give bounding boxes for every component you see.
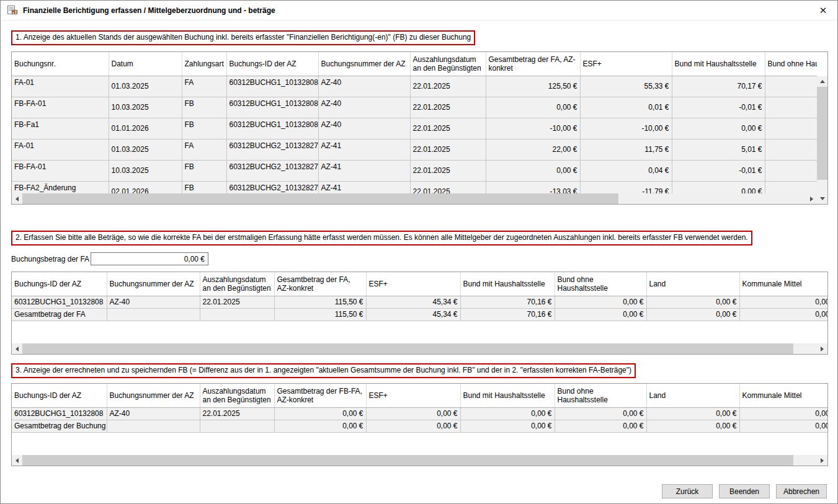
- amount-field-row: Buchungsbetrag der FA: [11, 252, 827, 265]
- scroll-right-button[interactable]: [817, 343, 827, 354]
- table-cell: 5,01 €: [672, 139, 765, 160]
- table-cell: 115,50 €: [274, 296, 366, 308]
- column-header: Buchungs-ID der AZ: [12, 272, 107, 296]
- section3-table: Buchungs-ID der AZBuchungsnummer der AZA…: [12, 384, 827, 433]
- column-header: Auszahlungsdatum an den Begünstigten: [200, 272, 274, 296]
- table-cell: 22.01.2025: [200, 296, 274, 308]
- scroll-left-button[interactable]: [12, 343, 22, 354]
- table-cell: 11,75 €: [580, 139, 672, 160]
- table-cell: AZ-40: [318, 97, 410, 118]
- table-cell: -11,79 €: [580, 181, 672, 193]
- buchungsbetrag-input[interactable]: [91, 252, 208, 265]
- table-row[interactable]: 60312BUCHG1_10132808AZ-4022.01.20250,00 …: [12, 407, 827, 420]
- table-row[interactable]: FB-FA2_Änderung02.01.2026FB60312BUCHG2_1…: [12, 181, 817, 193]
- table-cell: AZ-40: [107, 407, 200, 420]
- table-cell: 0,00 €: [366, 420, 460, 432]
- vertical-scrollbar-track[interactable]: [817, 87, 827, 193]
- table-cell: 0,00 €: [555, 407, 646, 420]
- table-cell: -10,00 €: [580, 118, 672, 139]
- table-cell: 55,33 €: [580, 76, 672, 97]
- table-row[interactable]: FB-FA-0110.03.2025FB60312BUCHG1_10132808…: [12, 97, 817, 118]
- scroll-down-button[interactable]: [817, 193, 827, 204]
- table-cell: 0,00 €: [739, 407, 827, 420]
- column-header: Zahlungsart: [182, 52, 226, 76]
- table-cell: 22.01.2025: [410, 181, 486, 193]
- section2-table-frame: Buchungs-ID der AZBuchungsnummer der AZA…: [11, 272, 828, 355]
- scroll-right-button[interactable]: [806, 193, 817, 204]
- column-header: Gesamtbetrag der FB-FA, AZ-konkret: [274, 384, 366, 407]
- abbrechen-button[interactable]: Abbrechen: [776, 484, 827, 498]
- column-header: Bund ohne Haushaltsstelle: [555, 272, 646, 296]
- table-cell: 0,00 €: [274, 407, 366, 420]
- horizontal-scrollbar[interactable]: [12, 455, 827, 466]
- table-cell: 22.01.2025: [410, 118, 486, 139]
- scroll-right-icon: [821, 347, 824, 351]
- horizontal-scrollbar[interactable]: [12, 193, 817, 204]
- scrollbar-corner: [817, 52, 827, 76]
- table-cell: AZ-40: [318, 118, 410, 139]
- table-row[interactable]: 60312BUCHG1_10132808AZ-4022.01.2025115,5…: [12, 296, 827, 308]
- table-row[interactable]: FB-FA-0110.03.2025FB60312BUCHG2_10132827…: [12, 160, 817, 181]
- table-cell: FA: [182, 76, 226, 97]
- table-cell: 70,16 €: [460, 308, 555, 321]
- table-row[interactable]: FA-0101.03.2025FA60312BUCHG1_10132808AZ-…: [12, 76, 817, 97]
- table-cell: [200, 308, 274, 321]
- column-header: Buchungsnummer der AZ: [107, 384, 200, 407]
- table-row[interactable]: FB-Fa101.01.2026FB60312BUCHG1_10132808AZ…: [12, 118, 817, 139]
- table-cell: [765, 76, 817, 97]
- table-cell: 0,00 €: [646, 407, 739, 420]
- table-cell: 0,00 €: [672, 118, 765, 139]
- table-row[interactable]: Gesamtbetrag der Buchung0,00 €0,00 €0,00…: [12, 420, 827, 432]
- table-cell: FB-Fa1: [12, 118, 109, 139]
- scroll-right-button[interactable]: [817, 455, 827, 466]
- scroll-left-button[interactable]: [12, 455, 22, 466]
- vertical-scrollbar-thumb[interactable]: [817, 87, 827, 180]
- scroll-up-button[interactable]: [817, 76, 827, 87]
- horizontal-scrollbar-track[interactable]: [22, 455, 817, 466]
- section3-table-frame: Buchungs-ID der AZBuchungsnummer der AZA…: [11, 383, 828, 466]
- table-cell: 60312BUCHG1_10132808: [226, 97, 318, 118]
- table-cell: 0,00 €: [739, 296, 827, 308]
- close-button[interactable]: ✕: [814, 1, 832, 20]
- column-header: ESF+: [366, 384, 460, 407]
- title-bar[interactable]: Finanzielle Berichtigung erfassen / Mitt…: [1, 1, 837, 20]
- column-header: Bund mit Haushaltsstelle: [460, 384, 555, 407]
- beenden-button[interactable]: Beenden: [719, 484, 770, 498]
- section3-table-viewport: Buchungs-ID der AZBuchungsnummer der AZA…: [12, 384, 827, 455]
- column-header: Bund mit Haushaltsstelle: [460, 272, 555, 296]
- zurueck-button[interactable]: Zurück: [662, 484, 713, 498]
- horizontal-scrollbar-track[interactable]: [22, 343, 817, 354]
- horizontal-scrollbar-thumb[interactable]: [22, 343, 793, 354]
- column-header: Gesamtbetrag der FA, AZ-konkret: [274, 272, 366, 296]
- table-cell: -0,01 €: [672, 160, 765, 181]
- table-cell: FB: [182, 160, 226, 181]
- horizontal-scrollbar[interactable]: [12, 343, 827, 354]
- horizontal-scrollbar-thumb[interactable]: [22, 455, 793, 466]
- table-cell: -10,00 €: [486, 118, 580, 139]
- table-cell: [765, 97, 817, 118]
- scroll-left-button[interactable]: [12, 193, 22, 204]
- table-cell: AZ-40: [318, 76, 410, 97]
- table-row[interactable]: FA-0101.03.2025FA60312BUCHG2_10132827AZ-…: [12, 139, 817, 160]
- horizontal-scrollbar-track[interactable]: [22, 193, 806, 204]
- table-cell: 01.03.2025: [109, 76, 182, 97]
- scroll-left-icon: [16, 347, 19, 351]
- vertical-scrollbar[interactable]: [817, 52, 827, 204]
- table-cell: 0,00 €: [555, 420, 646, 432]
- table-cell: 70,16 €: [460, 296, 555, 308]
- table-cell: 60312BUCHG1_10132808: [12, 296, 107, 308]
- table-cell: FA-01: [12, 139, 109, 160]
- table-cell: 10.03.2025: [109, 160, 182, 181]
- table-cell: -0,01 €: [672, 97, 765, 118]
- horizontal-scrollbar-thumb[interactable]: [22, 193, 618, 204]
- section1-table-viewport: Buchungsnr.DatumZahlungsartBuchungs-ID d…: [12, 52, 817, 193]
- table-row[interactable]: Gesamtbetrag der FA115,50 €45,34 €70,16 …: [12, 308, 827, 321]
- table-cell: [765, 139, 817, 160]
- buchungsbetrag-label: Buchungsbetrag der FA: [11, 255, 91, 263]
- column-header: Buchungsnr.: [12, 52, 109, 76]
- scroll-up-icon: [820, 80, 825, 83]
- scroll-right-icon: [821, 458, 824, 463]
- section2-table: Buchungs-ID der AZBuchungsnummer der AZA…: [12, 272, 827, 321]
- table-cell: 0,00 €: [460, 420, 555, 432]
- table-cell: [200, 420, 274, 432]
